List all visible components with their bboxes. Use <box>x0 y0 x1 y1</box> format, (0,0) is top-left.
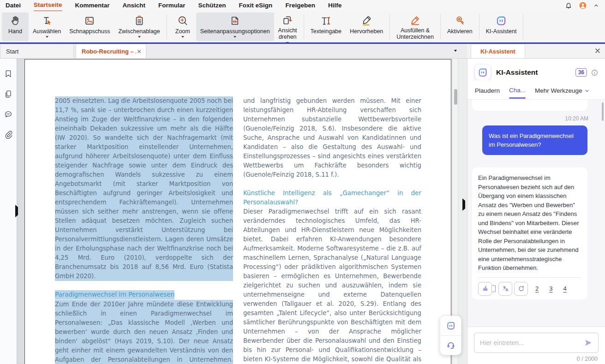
panel-header: KI-Assistent 36 <box>467 59 605 80</box>
info-icon[interactable] <box>591 69 599 77</box>
chat-input-area: 0 / 2000 <box>467 327 605 364</box>
clean-button[interactable] <box>478 282 492 296</box>
chat-scrollbar-thumb[interactable] <box>602 102 604 121</box>
pages-icon[interactable] <box>3 89 13 99</box>
panel-tab-bar: KI-Assistent <box>467 44 605 59</box>
ribbon-toolbar: Hand Auswählen Schnappschuss Zwischenabl… <box>0 11 605 42</box>
panel-tabs: Plaudern Cha... Mehr Werkzeuge <box>467 80 605 100</box>
chevron-down-icon <box>584 88 590 94</box>
attachment-icon[interactable] <box>3 130 13 140</box>
pdf-column-left: 2005 einsetzten. Lag die Arbeitslosenquo… <box>55 96 233 364</box>
dropdown-arrow-icon[interactable] <box>181 36 184 38</box>
pdf-heading: Künstliche Intelligenz als „Gamechanger“… <box>243 189 421 207</box>
toolbar-separator <box>389 14 390 39</box>
bell-icon[interactable] <box>564 1 573 10</box>
sidebar-expander-icon[interactable] <box>15 207 18 215</box>
select-cursor-icon <box>41 14 53 27</box>
source-links: 2 3 4 <box>535 284 567 293</box>
clipboard-icon <box>133 14 145 27</box>
toolbar-separator <box>304 14 304 39</box>
navigation-sidebar <box>0 59 17 364</box>
collapse-toolbar-icon[interactable] <box>593 2 599 9</box>
tab-chat-active[interactable]: Cha... <box>509 87 526 95</box>
menu-bar: Datei Startseite Kommentar Ansicht Formu… <box>0 0 605 11</box>
toolbar-separator <box>167 14 167 39</box>
avatar[interactable] <box>579 1 587 10</box>
previous-message-bubble <box>472 100 587 111</box>
document-area: 2005 einsetzten. Lag die Arbeitslosenquo… <box>24 59 467 364</box>
activate-button[interactable]: Aktivieren <box>443 12 477 41</box>
tab-ki-assistent[interactable]: KI-Assistent <box>471 44 525 58</box>
pdf-paragraph: Dieser Paradigmenwechsel trifft auf ein … <box>243 207 421 364</box>
source-link-2[interactable]: 2 <box>535 284 539 293</box>
dropdown-arrow-icon[interactable] <box>138 36 141 38</box>
translate-button[interactable] <box>498 282 512 296</box>
fit-width-icon <box>229 14 241 27</box>
chat-timestamp: 10:20 AM <box>473 115 588 122</box>
toolbar-separator <box>523 14 523 39</box>
tab-list-dropdown-icon[interactable] <box>454 50 457 52</box>
tab-document-active[interactable]: Robo-Recruiting – ... <box>76 44 146 58</box>
credits-badge[interactable]: 36 <box>575 68 587 77</box>
page-fit-options-button[interactable]: Seitenanpassungsoptionen <box>196 12 274 41</box>
send-icon[interactable] <box>583 338 593 348</box>
menu-item-formular[interactable]: Formular <box>158 0 186 11</box>
select-tool-button[interactable]: Auswählen <box>29 12 65 41</box>
ki-assistent-panel: KI-Assistent 36 Plaudern Cha... Mehr Wer… <box>467 59 605 364</box>
snapshot-button[interactable]: Schnappschuss <box>65 12 114 41</box>
tab-mehr-werkzeuge[interactable]: Mehr Werkzeuge <box>535 87 590 94</box>
menu-item-startseite[interactable]: Startseite <box>34 0 62 12</box>
highlighter-icon <box>360 14 372 27</box>
snapshot-icon <box>84 14 96 27</box>
hand-tool-button[interactable]: Hand <box>2 12 29 41</box>
menu-item-foxit-esign[interactable]: Foxit eSign <box>239 0 273 11</box>
zoom-button[interactable]: Zoom <box>169 12 196 41</box>
close-tab-icon[interactable] <box>136 48 142 54</box>
highlight-button[interactable]: Hervorheben <box>346 12 387 41</box>
chat-input[interactable] <box>480 339 583 346</box>
regenerate-button[interactable] <box>514 282 528 296</box>
floating-ai-button[interactable] <box>440 316 461 335</box>
pdf-paragraph: Zum Ende der 2010er Jahre mündete diese … <box>55 300 233 364</box>
chat-history[interactable]: 10:20 AM Was ist ein Paradigmenwechsel i… <box>467 100 605 327</box>
dropdown-arrow-icon[interactable] <box>46 36 48 38</box>
char-counter: 0 / 2000 <box>474 356 599 362</box>
bookmark-icon[interactable] <box>3 69 13 79</box>
source-link-4[interactable]: 4 <box>563 284 566 293</box>
source-link-3[interactable]: 3 <box>549 284 552 293</box>
clipboard-button[interactable]: Zwischenablage <box>114 12 164 41</box>
menu-item-datei[interactable]: Datei <box>6 0 21 11</box>
menu-item-schuetzen[interactable]: Schützen <box>198 0 226 11</box>
scrollbar-thumb[interactable] <box>454 89 457 105</box>
rotate-view-button[interactable]: Ansicht drehen <box>274 12 301 41</box>
ai-message-text: Ein Paradigmenwechsel im Personalwesen b… <box>478 173 581 273</box>
chat-input-box[interactable] <box>474 333 599 353</box>
document-tab-bar: Start Robo-Recruiting – ... <box>0 44 467 59</box>
menu-item-ansicht[interactable]: Ansicht <box>123 0 146 11</box>
fill-sign-icon <box>409 14 421 26</box>
floating-readaloud-button[interactable] <box>440 335 461 355</box>
comments-icon[interactable] <box>3 109 13 119</box>
ai-assistant-button[interactable]: KI-Assistent <box>482 12 521 41</box>
ai-message-actions: lle 2 3 4 <box>478 277 581 297</box>
fill-sign-button[interactable]: Ausfüllen & Unterzeichnen <box>392 12 438 41</box>
rotate-view-icon <box>282 14 294 26</box>
dropdown-arrow-icon[interactable] <box>234 36 236 38</box>
tab-start[interactable]: Start <box>0 44 74 58</box>
close-panel-icon[interactable] <box>594 47 601 54</box>
activate-key-icon <box>454 14 466 27</box>
menu-item-freigeben[interactable]: Freigeben <box>285 0 315 11</box>
typewriter-button[interactable]: Texteingabe <box>306 12 346 41</box>
pdf-paragraph: 2005 einsetzten. Lag die Arbeitslosenquo… <box>55 96 233 281</box>
zoom-icon <box>177 14 189 27</box>
ai-assistant-icon <box>446 321 456 331</box>
menu-item-hilfe[interactable]: Hilfe <box>328 0 341 11</box>
panel-title: KI-Assistent <box>496 68 538 77</box>
pdf-page[interactable]: 2005 einsetzten. Lag die Arbeitslosenquo… <box>24 59 451 364</box>
menu-item-kommentar[interactable]: Kommentar <box>75 0 110 11</box>
panel-expander-icon[interactable] <box>462 201 465 209</box>
typewriter-icon <box>320 14 332 27</box>
ai-assistant-icon <box>495 14 507 27</box>
tab-plaudern[interactable]: Plaudern <box>475 87 500 94</box>
hand-icon <box>9 14 21 27</box>
